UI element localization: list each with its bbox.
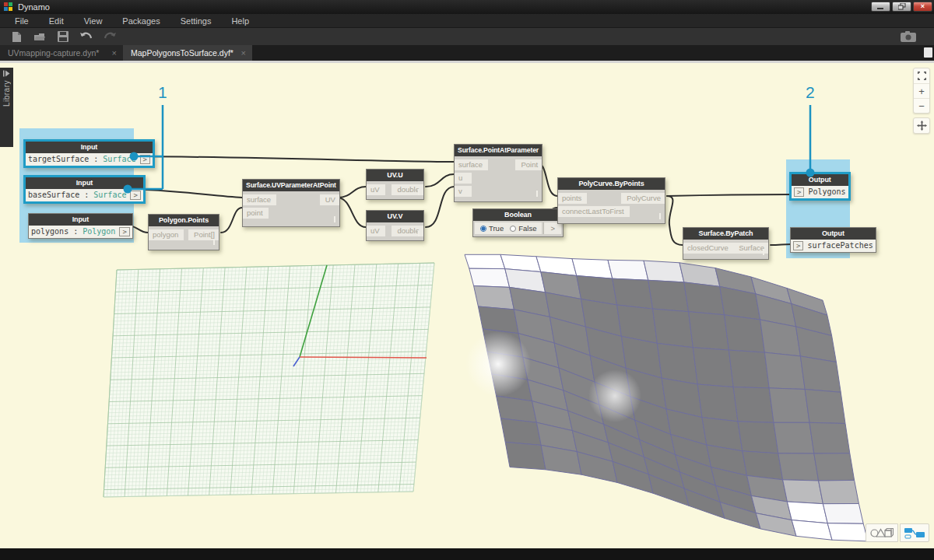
node-title[interactable]: UV.V bbox=[367, 211, 423, 222]
title-bar: Dynamo × bbox=[0, 0, 934, 14]
node-title[interactable]: Input bbox=[29, 214, 132, 226]
input-port-surface[interactable]: surface bbox=[455, 159, 488, 170]
output-port-uv[interactable]: UV bbox=[320, 194, 339, 205]
menu-file[interactable]: File bbox=[5, 15, 39, 27]
close-button[interactable]: × bbox=[913, 2, 932, 12]
wire-uvv-to-v[interactable] bbox=[426, 187, 454, 227]
open-file-icon[interactable] bbox=[28, 30, 51, 44]
graph-canvas[interactable]: 1 2 Library Input targetSurface : Surfac… bbox=[0, 63, 934, 548]
node-title[interactable]: Output bbox=[792, 174, 848, 186]
menu-settings[interactable]: Settings bbox=[170, 15, 222, 27]
input-port-point[interactable]: point bbox=[243, 208, 269, 219]
fit-to-screen-button[interactable] bbox=[914, 68, 929, 83]
node-title[interactable]: Polygon.Points bbox=[149, 215, 219, 226]
input-port-surface[interactable]: surface bbox=[243, 194, 276, 205]
node-input-polygons[interactable]: Input polygons : Polygon > bbox=[28, 213, 133, 239]
output-port-points[interactable]: Point[] bbox=[188, 229, 219, 240]
input-type: Surface bbox=[103, 155, 135, 164]
library-label: Library bbox=[2, 80, 11, 107]
node-uv-u[interactable]: UV.U uV double bbox=[366, 169, 424, 200]
node-title[interactable]: Boolean bbox=[473, 209, 563, 221]
node-output-surfacepatches[interactable]: Output > surfacePatches bbox=[790, 227, 876, 253]
wire-uvu-to-u[interactable] bbox=[426, 174, 454, 187]
input-port-polygon[interactable]: polygon bbox=[149, 229, 184, 240]
library-panel-collapsed[interactable]: Library bbox=[0, 68, 13, 147]
restore-button[interactable] bbox=[892, 2, 911, 12]
radio-false-icon[interactable] bbox=[510, 226, 516, 232]
menu-help[interactable]: Help bbox=[221, 15, 259, 27]
output-port-surface[interactable]: Surface bbox=[733, 243, 768, 254]
wire-polycurve-to-output[interactable] bbox=[667, 194, 792, 196]
node-polygon-points[interactable]: Polygon.Points polygon Point[] bbox=[148, 214, 219, 250]
node-title[interactable]: Surface.UVParameterAtPoint bbox=[243, 180, 339, 191]
zoom-out-button[interactable]: − bbox=[914, 98, 929, 113]
input-port-v[interactable]: v bbox=[455, 186, 472, 197]
output-port[interactable]: > bbox=[130, 191, 140, 200]
node-input-targetsurface[interactable]: Input targetSurface : Surface > bbox=[23, 139, 155, 168]
input-port-u[interactable]: u bbox=[455, 173, 472, 184]
node-boolean[interactable]: Boolean True False > bbox=[472, 208, 564, 237]
graph-view-button[interactable] bbox=[900, 523, 929, 542]
menu-edit[interactable]: Edit bbox=[39, 15, 74, 27]
output-port-polycurve[interactable]: PolyCurve bbox=[621, 193, 665, 204]
new-file-icon[interactable] bbox=[5, 30, 28, 44]
tab-close-icon[interactable]: × bbox=[112, 48, 117, 58]
radio-option-false[interactable]: False bbox=[510, 224, 536, 233]
undo-icon[interactable] bbox=[75, 30, 98, 44]
menu-view[interactable]: View bbox=[74, 15, 113, 27]
node-title[interactable]: UV.U bbox=[367, 170, 423, 181]
input-port-closedcurve[interactable]: closedCurve bbox=[683, 243, 734, 254]
tab-uvmapping-capture[interactable]: UVmapping-capture.dyn* × bbox=[0, 45, 123, 61]
geometry-view-button[interactable] bbox=[866, 523, 898, 542]
input-port-uv[interactable]: uV bbox=[367, 184, 385, 195]
separator: : bbox=[89, 155, 103, 164]
wire-polygonpoints-to-point[interactable] bbox=[221, 208, 242, 233]
menu-packages[interactable]: Packages bbox=[112, 15, 170, 27]
tab-close-icon[interactable]: × bbox=[241, 48, 246, 58]
node-output-polygons[interactable]: Output > Polygons bbox=[789, 172, 851, 201]
output-port[interactable]: > bbox=[140, 155, 150, 164]
node-title[interactable]: PolyCurve.ByPoints bbox=[558, 178, 665, 190]
node-title[interactable]: Input bbox=[26, 142, 153, 153]
input-port[interactable]: > bbox=[794, 187, 804, 197]
menu-bar: File Edit View Packages Settings Help bbox=[0, 14, 934, 28]
node-title[interactable]: Output bbox=[791, 228, 876, 240]
input-port-points[interactable]: points bbox=[558, 193, 587, 204]
output-port[interactable]: > bbox=[119, 227, 129, 236]
node-title[interactable]: Surface.PointAtParameter bbox=[455, 145, 542, 156]
tab-label: MapPolygonsToSurface.dyf* bbox=[131, 48, 234, 58]
node-title[interactable]: Input bbox=[26, 177, 143, 189]
node-polycurve-bypoints[interactable]: PolyCurve.ByPoints points connectLastToF… bbox=[557, 177, 665, 224]
input-port[interactable]: > bbox=[793, 241, 803, 250]
output-port-double[interactable]: double bbox=[392, 226, 423, 236]
node-title[interactable]: Surface.ByPatch bbox=[683, 228, 768, 240]
wire-uv-to-uvu[interactable] bbox=[338, 187, 366, 198]
zoom-in-button[interactable]: + bbox=[914, 83, 929, 98]
window-bottom-edge bbox=[0, 548, 934, 560]
minimize-button[interactable] bbox=[871, 2, 890, 12]
wire-targetsurface-to-pointatparameter[interactable] bbox=[134, 156, 454, 162]
output-port-point[interactable]: Point bbox=[515, 159, 542, 170]
node-input-basesurface[interactable]: Input baseSurface : Surface > bbox=[23, 175, 146, 204]
wire-polycurve-to-bypatch[interactable] bbox=[667, 196, 683, 245]
node-surface-uvparameteratpoint[interactable]: Surface.UVParameterAtPoint surface point… bbox=[242, 179, 340, 227]
export-image-camera-icon[interactable] bbox=[897, 30, 920, 44]
output-port[interactable]: > bbox=[543, 222, 561, 234]
input-name: baseSurface bbox=[28, 191, 79, 200]
radio-option-true[interactable]: True bbox=[480, 224, 504, 233]
pan-button[interactable] bbox=[914, 118, 929, 133]
input-port-connectlasttofirst[interactable]: connectLastToFirst bbox=[558, 206, 630, 217]
node-surface-pointatparameter[interactable]: Surface.PointAtParameter surface u v Poi… bbox=[454, 144, 542, 202]
input-name: targetSurface bbox=[28, 155, 89, 164]
output-port-double[interactable]: double bbox=[392, 184, 423, 195]
redo-icon[interactable] bbox=[98, 30, 121, 44]
tab-strip-button[interactable] bbox=[924, 47, 932, 58]
tab-map-polygons-to-surface[interactable]: MapPolygonsToSurface.dyf* × bbox=[123, 45, 252, 61]
separator: : bbox=[68, 227, 83, 236]
save-icon[interactable] bbox=[51, 30, 75, 44]
node-uv-v[interactable]: UV.V uV double bbox=[366, 210, 424, 241]
input-port-uv[interactable]: uV bbox=[367, 226, 385, 236]
wire-uv-to-uvv[interactable] bbox=[338, 198, 366, 227]
radio-true-selected-icon[interactable] bbox=[480, 226, 486, 232]
node-surface-bypatch[interactable]: Surface.ByPatch closedCurve Surface bbox=[683, 227, 769, 260]
